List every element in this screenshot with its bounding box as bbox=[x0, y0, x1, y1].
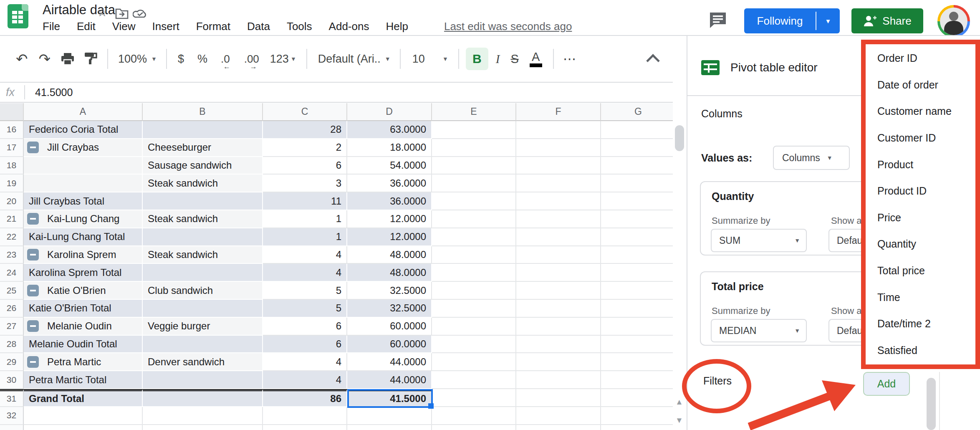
cell-E24[interactable] bbox=[432, 264, 516, 282]
row-number-18[interactable]: 18 bbox=[0, 157, 24, 175]
column-header-G[interactable]: G bbox=[601, 103, 676, 121]
formula-bar[interactable]: fx 41.5000 bbox=[0, 83, 673, 102]
cell-C21[interactable]: 1 bbox=[263, 210, 347, 228]
cell-C28[interactable]: 6 bbox=[263, 336, 347, 354]
cell-B30[interactable] bbox=[143, 371, 263, 389]
cell-C16[interactable]: 28 bbox=[263, 121, 347, 139]
menu-tools[interactable]: Tools bbox=[287, 20, 312, 33]
collapse-toolbar-button[interactable] bbox=[648, 53, 658, 66]
field-option-order-id[interactable]: Order ID bbox=[866, 45, 975, 72]
cell-A26[interactable]: Katie O'Brien Total bbox=[24, 300, 143, 318]
cell-E16[interactable] bbox=[432, 121, 516, 139]
cell-G27[interactable] bbox=[601, 318, 676, 336]
cell-E27[interactable] bbox=[432, 318, 516, 336]
cell-F28[interactable] bbox=[516, 336, 601, 354]
cell-C17[interactable]: 2 bbox=[263, 139, 347, 157]
cell-B23[interactable]: Steak sandwich bbox=[143, 246, 263, 264]
cell-D33[interactable] bbox=[347, 425, 432, 430]
comments-button[interactable] bbox=[708, 11, 727, 29]
add-field-button[interactable]: Add bbox=[863, 372, 910, 396]
cell-C33[interactable] bbox=[263, 425, 347, 430]
field-option-product[interactable]: Product bbox=[866, 151, 975, 178]
cell-G31[interactable] bbox=[601, 389, 676, 407]
row-number-25[interactable]: 25 bbox=[0, 282, 24, 300]
row-number-17[interactable]: 17 bbox=[0, 139, 24, 157]
column-header-D[interactable]: D bbox=[347, 103, 432, 121]
undo-button[interactable]: ↶ bbox=[16, 51, 28, 67]
number-format-select[interactable]: 123▼ bbox=[270, 53, 296, 66]
move-folder-icon[interactable] bbox=[115, 8, 129, 19]
cell-C30[interactable]: 4 bbox=[263, 371, 347, 389]
cell-A24[interactable]: Karolina Sprem Total bbox=[24, 264, 143, 282]
values-as-select[interactable]: Columns▼ bbox=[773, 146, 850, 170]
row-number-26[interactable]: 26 bbox=[0, 300, 24, 318]
cell-C22[interactable]: 1 bbox=[263, 228, 347, 246]
cell-B25[interactable]: Club sandwich bbox=[143, 282, 263, 300]
field-option-date-time-2[interactable]: Date/time 2 bbox=[866, 311, 975, 337]
cell-E31[interactable] bbox=[432, 389, 516, 407]
italic-button[interactable]: I bbox=[496, 52, 500, 66]
cell-A31[interactable]: Grand Total bbox=[24, 389, 143, 407]
cell-F32[interactable] bbox=[516, 407, 601, 425]
cell-D21[interactable]: 12.0000 bbox=[347, 210, 432, 228]
cell-G16[interactable] bbox=[601, 121, 676, 139]
cell-D27[interactable]: 60.0000 bbox=[347, 318, 432, 336]
cell-E30[interactable] bbox=[432, 371, 516, 389]
cell-B20[interactable] bbox=[143, 192, 263, 210]
cell-C23[interactable]: 4 bbox=[263, 246, 347, 264]
cell-D19[interactable]: 36.0000 bbox=[347, 175, 432, 192]
cell-C19[interactable]: 3 bbox=[263, 175, 347, 192]
cell-G24[interactable] bbox=[601, 264, 676, 282]
cell-B21[interactable]: Steak sandwich bbox=[143, 210, 263, 228]
cell-B18[interactable]: Sausage sandwich bbox=[143, 157, 263, 175]
star-icon[interactable]: ☆ bbox=[97, 5, 108, 19]
cell-C32[interactable] bbox=[263, 407, 347, 425]
row-number-27[interactable]: 27 bbox=[0, 318, 24, 336]
cell-D18[interactable]: 54.0000 bbox=[347, 157, 432, 175]
row-number-29[interactable]: 29 bbox=[0, 353, 24, 371]
cell-F17[interactable] bbox=[516, 139, 601, 157]
field-option-price[interactable]: Price bbox=[866, 205, 975, 231]
cell-A33[interactable] bbox=[24, 425, 143, 430]
cell-A27[interactable]: Melanie Oudin bbox=[24, 318, 143, 336]
collapse-group-button[interactable] bbox=[27, 320, 39, 332]
collapse-group-button[interactable] bbox=[27, 249, 39, 261]
field-option-customer-name[interactable]: Customer name bbox=[866, 98, 975, 125]
strikethrough-button[interactable]: S bbox=[510, 52, 518, 66]
column-header-C[interactable]: C bbox=[263, 103, 347, 121]
share-button[interactable]: Share bbox=[851, 8, 923, 33]
menu-view[interactable]: View bbox=[112, 20, 136, 33]
cell-G21[interactable] bbox=[601, 210, 676, 228]
collapse-group-button[interactable] bbox=[27, 213, 39, 225]
font-size-select[interactable]: 10▼ bbox=[412, 53, 448, 66]
field-option-product-id[interactable]: Product ID bbox=[866, 178, 975, 205]
column-header-E[interactable]: E bbox=[432, 103, 516, 121]
row-number-24[interactable]: 24 bbox=[0, 264, 24, 282]
cell-F33[interactable] bbox=[516, 425, 601, 430]
cell-B22[interactable] bbox=[143, 228, 263, 246]
panel-scrollbar-thumb[interactable] bbox=[927, 378, 936, 430]
cell-A23[interactable]: Karolina Sprem bbox=[24, 246, 143, 264]
field-option-satisfied[interactable]: Satisfied bbox=[866, 337, 975, 364]
cell-A29[interactable]: Petra Martic bbox=[24, 353, 143, 371]
last-edit-link[interactable]: Last edit was seconds ago bbox=[444, 20, 572, 33]
cell-A18[interactable] bbox=[24, 157, 143, 175]
cell-F20[interactable] bbox=[516, 192, 601, 210]
cell-D24[interactable]: 48.0000 bbox=[347, 264, 432, 282]
summarize-by-select[interactable]: SUM▼ bbox=[711, 229, 807, 252]
cell-F26[interactable] bbox=[516, 300, 601, 318]
cell-D23[interactable]: 48.0000 bbox=[347, 246, 432, 264]
cell-E26[interactable] bbox=[432, 300, 516, 318]
row-number-28[interactable]: 28 bbox=[0, 336, 24, 354]
cell-B19[interactable]: Steak sandwich bbox=[143, 175, 263, 192]
cell-D16[interactable]: 63.0000 bbox=[347, 121, 432, 139]
cell-G29[interactable] bbox=[601, 353, 676, 371]
cell-A25[interactable]: Katie O'Brien bbox=[24, 282, 143, 300]
cell-F19[interactable] bbox=[516, 175, 601, 192]
cell-B33[interactable] bbox=[143, 425, 263, 430]
cell-D32[interactable] bbox=[347, 407, 432, 425]
row-number-32[interactable]: 32 bbox=[0, 407, 24, 425]
account-avatar[interactable] bbox=[937, 5, 970, 38]
cell-F25[interactable] bbox=[516, 282, 601, 300]
cell-G18[interactable] bbox=[601, 157, 676, 175]
